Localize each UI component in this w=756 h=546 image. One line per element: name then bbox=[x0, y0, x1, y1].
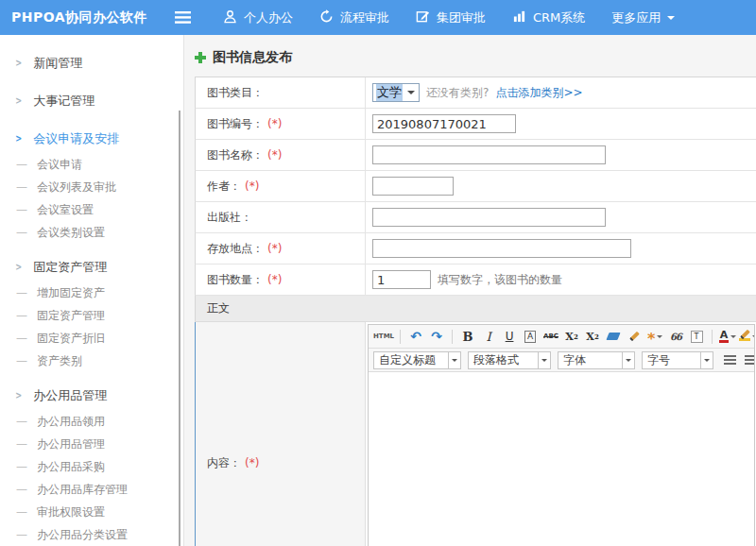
form-row-content: 内容： (*) HTML ↶ ↷ B I U A ABC bbox=[195, 322, 756, 546]
approval-edit-icon bbox=[416, 9, 430, 26]
font-color-icon: A bbox=[719, 330, 730, 343]
sidebar-item[interactable]: —增加固定资产 bbox=[0, 282, 183, 304]
paste-as-text-icon[interactable]: T bbox=[691, 331, 703, 343]
form-row-location: 存放地点： (*) bbox=[195, 233, 756, 264]
html-source-icon[interactable]: HTML bbox=[373, 333, 394, 340]
auto-typeset-button[interactable]: * bbox=[645, 327, 664, 346]
book-code-input[interactable] bbox=[372, 114, 516, 133]
align-left-icon[interactable] bbox=[724, 355, 736, 366]
sidebar-item[interactable]: —会议类别设置 bbox=[0, 221, 183, 244]
sidebar-item-label: 办公用品库存管理 bbox=[37, 482, 128, 498]
sidebar-item[interactable]: —审批权限设置 bbox=[0, 501, 183, 523]
category-select[interactable]: 文学 bbox=[372, 83, 420, 102]
paragraph-format-select[interactable]: 段落格式 bbox=[468, 351, 551, 369]
sidebar-item-label: 固定资产管理 bbox=[37, 308, 105, 324]
hamburger-icon[interactable] bbox=[168, 11, 197, 24]
sidebar-item[interactable]: —会议列表及审批 bbox=[0, 176, 183, 198]
dash-icon: — bbox=[16, 460, 27, 473]
nav-label: 集团审批 bbox=[437, 9, 486, 26]
topbar: PHPOA协同办公软件 个人办公 流程审批 集团审批 CRM系统 更多应用 bbox=[0, 0, 756, 35]
top-navigation: 个人办公 流程审批 集团审批 CRM系统 更多应用 bbox=[210, 0, 688, 35]
font-color-button[interactable]: A bbox=[718, 327, 737, 346]
caret-down-icon bbox=[667, 16, 675, 24]
dash-icon: — bbox=[16, 226, 27, 239]
dash-icon: — bbox=[16, 528, 27, 541]
quantity-label: 图书数量： bbox=[207, 272, 264, 288]
sidebar-item[interactable]: —办公用品领用 bbox=[0, 410, 183, 433]
font-size-select[interactable]: 字号 bbox=[642, 351, 713, 369]
heading-select[interactable]: 自定义标题 bbox=[373, 351, 461, 369]
sidebar-group[interactable]: >办公用品管理 bbox=[0, 381, 183, 410]
align-center-icon[interactable] bbox=[745, 355, 755, 366]
underline-icon[interactable]: U bbox=[500, 327, 519, 346]
sidebar-item[interactable]: —会议室设置 bbox=[0, 198, 183, 221]
sidebar-item[interactable]: —办公用品采购 bbox=[0, 455, 183, 478]
dash-icon: — bbox=[16, 203, 27, 216]
sidebar-item[interactable]: —会议申请 bbox=[0, 153, 183, 176]
publisher-input[interactable] bbox=[372, 208, 606, 227]
format-brush-icon[interactable] bbox=[629, 332, 640, 342]
superscript-icon[interactable]: X2 bbox=[562, 327, 581, 346]
dash-icon: — bbox=[16, 505, 27, 519]
caret-down-icon bbox=[622, 352, 634, 368]
font-family-select[interactable]: 字体 bbox=[558, 351, 635, 369]
nav-process-approval[interactable]: 流程审批 bbox=[306, 0, 403, 35]
nav-more-apps[interactable]: 更多应用 bbox=[598, 0, 688, 35]
remove-format-icon[interactable] bbox=[606, 333, 620, 340]
name-label: 图书名称： bbox=[207, 147, 264, 163]
strikethrough-icon[interactable]: ABC bbox=[541, 327, 560, 346]
bold-icon[interactable]: B bbox=[458, 327, 477, 346]
dash-icon: — bbox=[16, 437, 27, 451]
required-marker: (*) bbox=[245, 456, 259, 469]
bar-chart-icon bbox=[512, 9, 526, 26]
sidebar-item[interactable]: —办公用品管理 bbox=[0, 433, 183, 455]
sidebar-item-label: 办公用品领用 bbox=[37, 414, 105, 430]
quantity-input[interactable] bbox=[372, 270, 431, 289]
body-section-header: 正文 bbox=[195, 296, 756, 322]
sidebar-group[interactable]: >大事记管理 bbox=[0, 86, 183, 115]
content-label: 内容： bbox=[207, 455, 241, 471]
undo-icon[interactable]: ↶ bbox=[406, 327, 425, 346]
book-name-input[interactable] bbox=[372, 145, 606, 164]
book-form: 图书类目： 文学 还没有类别? 点击添加类别>> 图书编号： (*) 图书名称： bbox=[195, 77, 756, 546]
select-arrow-icon bbox=[407, 91, 415, 98]
dash-icon: — bbox=[16, 332, 27, 345]
font-family-select-value: 字体 bbox=[563, 352, 586, 368]
caret-down-icon bbox=[730, 335, 736, 341]
main-content: 图书信息发布 图书类目： 文学 还没有类别? 点击添加类别>> 图书编号： (*… bbox=[185, 35, 756, 546]
sidebar-item-label: 办公用品分类设置 bbox=[37, 527, 128, 543]
sidebar-item[interactable]: —办公用品库存管理 bbox=[0, 478, 183, 501]
subscript-icon[interactable]: X2 bbox=[583, 327, 602, 346]
redo-icon[interactable]: ↷ bbox=[427, 327, 446, 346]
publisher-label: 出版社： bbox=[207, 210, 252, 226]
sidebar-item[interactable]: —办公用品分类设置 bbox=[0, 523, 183, 546]
paragraph-select-value: 段落格式 bbox=[473, 352, 519, 368]
sidebar-group-label: 大事记管理 bbox=[33, 93, 94, 110]
dash-icon: — bbox=[16, 415, 27, 428]
editor-content-area[interactable] bbox=[369, 372, 754, 546]
blockquote-icon[interactable]: 66 bbox=[666, 327, 685, 346]
location-input[interactable] bbox=[372, 239, 631, 258]
highlight-color-button[interactable] bbox=[739, 327, 754, 346]
code-label: 图书编号： bbox=[207, 116, 264, 132]
sidebar-group[interactable]: >会议申请及安排 bbox=[0, 124, 183, 153]
add-category-link[interactable]: 点击添加类别>> bbox=[495, 85, 582, 101]
italic-icon[interactable]: I bbox=[479, 327, 498, 346]
sidebar-group[interactable]: >固定资产管理 bbox=[0, 252, 183, 282]
form-row-author: 作者： (*) bbox=[195, 171, 756, 202]
editor-toolbar-row2: 自定义标题 段落格式 字体 字号 ∞ ∞ bbox=[369, 349, 754, 372]
nav-group-approval[interactable]: 集团审批 bbox=[403, 0, 499, 35]
sidebar-scrollbar[interactable] bbox=[179, 111, 180, 546]
char-border-icon[interactable]: A bbox=[524, 331, 536, 343]
nav-personal-office[interactable]: 个人办公 bbox=[210, 0, 306, 35]
sidebar-item[interactable]: —固定资产折旧 bbox=[0, 327, 183, 350]
quantity-hint: 填写数字，该图书的数量 bbox=[438, 272, 562, 288]
sidebar-item[interactable]: —资产类别 bbox=[0, 350, 183, 372]
nav-crm-system[interactable]: CRM系统 bbox=[499, 0, 598, 35]
sidebar-group[interactable]: >新闻管理 bbox=[0, 48, 183, 77]
chevron-right-icon: > bbox=[15, 261, 22, 273]
sidebar-item[interactable]: —固定资产管理 bbox=[0, 304, 183, 327]
author-input[interactable] bbox=[372, 177, 454, 196]
app-brand: PHPOA协同办公软件 bbox=[0, 9, 168, 26]
dash-icon: — bbox=[16, 354, 27, 367]
